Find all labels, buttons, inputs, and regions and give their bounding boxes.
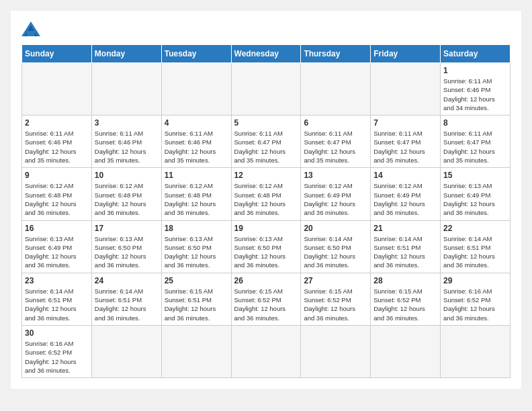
weekday-header-row: SundayMondayTuesdayWednesdayThursdayFrid…: [22, 45, 511, 63]
calendar-week-row: 2Sunrise: 6:11 AM Sunset: 6:46 PM Daylig…: [22, 116, 511, 168]
day-info: Sunrise: 6:14 AM Sunset: 6:51 PM Dayligh…: [443, 234, 507, 270]
calendar-cell: 20Sunrise: 6:14 AM Sunset: 6:50 PM Dayli…: [301, 220, 371, 273]
day-info: Sunrise: 6:13 AM Sunset: 6:50 PM Dayligh…: [234, 234, 298, 270]
calendar-cell: [371, 325, 441, 377]
day-info: Sunrise: 6:13 AM Sunset: 6:49 PM Dayligh…: [443, 181, 507, 217]
calendar-cell: 22Sunrise: 6:14 AM Sunset: 6:51 PM Dayli…: [441, 220, 511, 273]
day-number: 14: [373, 171, 437, 180]
weekday-header-tuesday: Tuesday: [161, 45, 231, 63]
day-number: 10: [95, 171, 159, 180]
weekday-header-sunday: Sunday: [22, 45, 92, 63]
calendar-cell: 21Sunrise: 6:14 AM Sunset: 6:51 PM Dayli…: [371, 220, 441, 273]
calendar-cell: 16Sunrise: 6:13 AM Sunset: 6:49 PM Dayli…: [22, 220, 92, 273]
calendar-cell: [161, 63, 231, 116]
day-number: 6: [304, 118, 367, 128]
calendar-cell: 29Sunrise: 6:16 AM Sunset: 6:52 PM Dayli…: [441, 273, 511, 325]
day-number: 29: [443, 276, 507, 285]
calendar-cell: 4Sunrise: 6:11 AM Sunset: 6:46 PM Daylig…: [161, 116, 231, 168]
day-info: Sunrise: 6:14 AM Sunset: 6:51 PM Dayligh…: [373, 234, 437, 270]
calendar-cell: 3Sunrise: 6:11 AM Sunset: 6:46 PM Daylig…: [91, 116, 161, 168]
calendar-cell: 28Sunrise: 6:15 AM Sunset: 6:52 PM Dayli…: [371, 273, 441, 325]
calendar-week-row: 16Sunrise: 6:13 AM Sunset: 6:49 PM Dayli…: [22, 220, 511, 273]
day-info: Sunrise: 6:11 AM Sunset: 6:46 PM Dayligh…: [25, 129, 89, 165]
calendar-cell: 18Sunrise: 6:13 AM Sunset: 6:50 PM Dayli…: [161, 220, 231, 273]
day-number: 15: [443, 171, 507, 180]
weekday-header-monday: Monday: [91, 45, 161, 63]
day-number: 13: [304, 171, 367, 180]
calendar-cell: 12Sunrise: 6:12 AM Sunset: 6:48 PM Dayli…: [231, 168, 301, 220]
svg-rect-2: [27, 31, 35, 36]
day-info: Sunrise: 6:14 AM Sunset: 6:51 PM Dayligh…: [25, 287, 89, 322]
day-info: Sunrise: 6:11 AM Sunset: 6:47 PM Dayligh…: [373, 129, 437, 165]
weekday-header-wednesday: Wednesday: [231, 45, 301, 63]
day-number: 27: [304, 276, 367, 285]
day-info: Sunrise: 6:15 AM Sunset: 6:52 PM Dayligh…: [234, 287, 298, 322]
day-info: Sunrise: 6:13 AM Sunset: 6:50 PM Dayligh…: [95, 234, 159, 270]
calendar-cell: 27Sunrise: 6:15 AM Sunset: 6:52 PM Dayli…: [301, 273, 371, 325]
day-number: 2: [25, 118, 89, 128]
calendar-cell: [301, 63, 371, 116]
day-number: 7: [373, 118, 437, 128]
day-info: Sunrise: 6:15 AM Sunset: 6:52 PM Dayligh…: [304, 287, 367, 322]
day-number: 22: [443, 224, 507, 233]
calendar-cell: 2Sunrise: 6:11 AM Sunset: 6:46 PM Daylig…: [22, 116, 92, 168]
calendar-cell: 7Sunrise: 6:11 AM Sunset: 6:47 PM Daylig…: [371, 116, 441, 168]
day-info: Sunrise: 6:14 AM Sunset: 6:51 PM Dayligh…: [95, 287, 159, 322]
calendar-cell: 10Sunrise: 6:12 AM Sunset: 6:48 PM Dayli…: [91, 168, 161, 220]
day-number: 9: [25, 171, 89, 180]
calendar-cell: 25Sunrise: 6:15 AM Sunset: 6:51 PM Dayli…: [161, 273, 231, 325]
day-number: 12: [234, 171, 298, 180]
day-number: 24: [95, 276, 159, 285]
calendar-cell: 9Sunrise: 6:12 AM Sunset: 6:48 PM Daylig…: [22, 168, 92, 220]
day-number: 5: [234, 118, 298, 128]
day-info: Sunrise: 6:11 AM Sunset: 6:46 PM Dayligh…: [95, 129, 159, 165]
day-number: 16: [25, 224, 89, 233]
day-info: Sunrise: 6:16 AM Sunset: 6:52 PM Dayligh…: [443, 287, 507, 322]
day-info: Sunrise: 6:15 AM Sunset: 6:52 PM Dayligh…: [373, 287, 437, 322]
calendar-cell: 13Sunrise: 6:12 AM Sunset: 6:49 PM Dayli…: [301, 168, 371, 220]
calendar-cell: 19Sunrise: 6:13 AM Sunset: 6:50 PM Dayli…: [231, 220, 301, 273]
calendar-cell: [231, 63, 301, 116]
day-number: 8: [443, 118, 507, 128]
day-number: 21: [373, 224, 437, 233]
day-number: 3: [95, 118, 159, 128]
calendar-cell: 30Sunrise: 6:16 AM Sunset: 6:52 PM Dayli…: [22, 325, 92, 377]
calendar-cell: [91, 63, 161, 116]
day-info: Sunrise: 6:12 AM Sunset: 6:48 PM Dayligh…: [95, 181, 159, 217]
day-info: Sunrise: 6:11 AM Sunset: 6:47 PM Dayligh…: [443, 129, 507, 165]
calendar-week-row: 30Sunrise: 6:16 AM Sunset: 6:52 PM Dayli…: [22, 325, 511, 377]
day-info: Sunrise: 6:11 AM Sunset: 6:46 PM Dayligh…: [165, 129, 228, 165]
calendar-cell: [231, 325, 301, 377]
day-info: Sunrise: 6:12 AM Sunset: 6:48 PM Dayligh…: [25, 181, 89, 217]
day-info: Sunrise: 6:11 AM Sunset: 6:46 PM Dayligh…: [443, 77, 507, 112]
day-number: 26: [234, 276, 298, 285]
calendar-cell: 1Sunrise: 6:11 AM Sunset: 6:46 PM Daylig…: [441, 63, 511, 116]
weekday-header-thursday: Thursday: [301, 45, 371, 63]
day-info: Sunrise: 6:16 AM Sunset: 6:52 PM Dayligh…: [25, 339, 89, 375]
day-info: Sunrise: 6:11 AM Sunset: 6:47 PM Dayligh…: [304, 129, 367, 165]
weekday-header-friday: Friday: [371, 45, 441, 63]
day-number: 1: [443, 66, 507, 75]
day-info: Sunrise: 6:12 AM Sunset: 6:48 PM Dayligh…: [165, 181, 228, 217]
calendar-week-row: 9Sunrise: 6:12 AM Sunset: 6:48 PM Daylig…: [22, 168, 511, 220]
calendar-table: SundayMondayTuesdayWednesdayThursdayFrid…: [21, 44, 511, 378]
day-number: 23: [25, 276, 89, 285]
calendar-cell: 14Sunrise: 6:12 AM Sunset: 6:49 PM Dayli…: [371, 168, 441, 220]
calendar-cell: 24Sunrise: 6:14 AM Sunset: 6:51 PM Dayli…: [91, 273, 161, 325]
day-info: Sunrise: 6:13 AM Sunset: 6:49 PM Dayligh…: [25, 234, 89, 270]
calendar-cell: 5Sunrise: 6:11 AM Sunset: 6:47 PM Daylig…: [231, 116, 301, 168]
calendar-cell: [22, 63, 92, 116]
calendar-week-row: 1Sunrise: 6:11 AM Sunset: 6:46 PM Daylig…: [22, 63, 511, 116]
calendar-cell: [161, 325, 231, 377]
day-info: Sunrise: 6:12 AM Sunset: 6:48 PM Dayligh…: [234, 181, 298, 217]
day-info: Sunrise: 6:12 AM Sunset: 6:49 PM Dayligh…: [304, 181, 367, 217]
day-info: Sunrise: 6:12 AM Sunset: 6:49 PM Dayligh…: [373, 181, 437, 217]
day-info: Sunrise: 6:15 AM Sunset: 6:51 PM Dayligh…: [165, 287, 228, 322]
calendar-cell: 26Sunrise: 6:15 AM Sunset: 6:52 PM Dayli…: [231, 273, 301, 325]
day-info: Sunrise: 6:14 AM Sunset: 6:50 PM Dayligh…: [304, 234, 367, 270]
calendar-cell: 6Sunrise: 6:11 AM Sunset: 6:47 PM Daylig…: [301, 116, 371, 168]
calendar-cell: [441, 325, 511, 377]
calendar-cell: 23Sunrise: 6:14 AM Sunset: 6:51 PM Dayli…: [22, 273, 92, 325]
calendar-cell: 17Sunrise: 6:13 AM Sunset: 6:50 PM Dayli…: [91, 220, 161, 273]
calendar-header: [21, 21, 511, 36]
